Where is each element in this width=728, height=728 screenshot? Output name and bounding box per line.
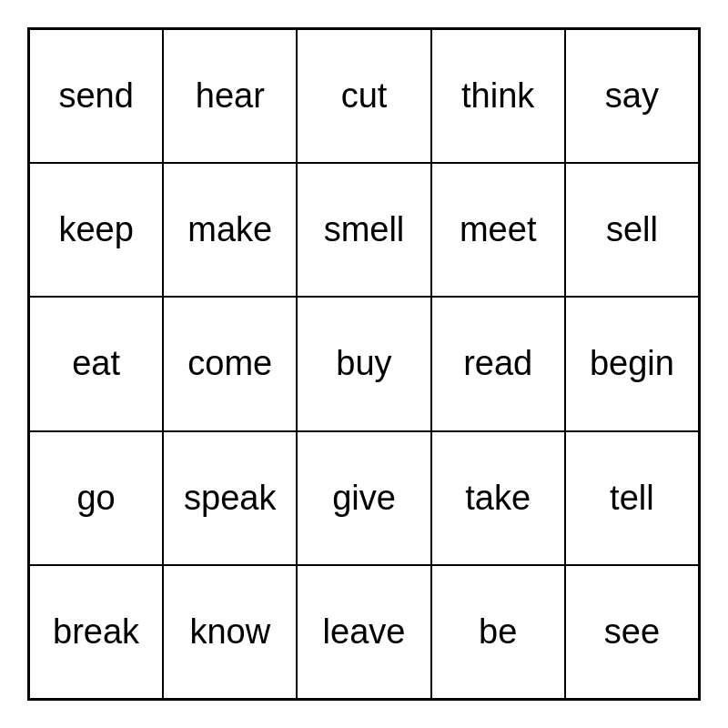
grid-cell-meet: meet: [431, 163, 565, 297]
grid-cell-come: come: [163, 297, 297, 430]
grid-cell-hear: hear: [163, 29, 297, 163]
grid-cell-go: go: [29, 431, 163, 565]
grid-cell-cut: cut: [297, 29, 430, 163]
word-grid: sendhearcutthinksaykeepmakesmellmeetsell…: [27, 27, 701, 701]
grid-cell-eat: eat: [29, 297, 163, 430]
grid-cell-send: send: [29, 29, 163, 163]
grid-cell-take: take: [431, 431, 565, 565]
grid-cell-give: give: [297, 431, 430, 565]
grid-cell-make: make: [163, 163, 297, 297]
grid-cell-think: think: [431, 29, 565, 163]
grid-cell-see: see: [565, 565, 699, 699]
grid-cell-buy: buy: [297, 297, 430, 430]
grid-cell-leave: leave: [297, 565, 430, 699]
grid-cell-know: know: [163, 565, 297, 699]
grid-cell-break: break: [29, 565, 163, 699]
grid-cell-be: be: [431, 565, 565, 699]
grid-cell-smell: smell: [297, 163, 430, 297]
grid-cell-tell: tell: [565, 431, 699, 565]
grid-cell-keep: keep: [29, 163, 163, 297]
grid-cell-begin: begin: [565, 297, 699, 430]
grid-cell-sell: sell: [565, 163, 699, 297]
grid-cell-speak: speak: [163, 431, 297, 565]
grid-cell-read: read: [431, 297, 565, 430]
grid-cell-say: say: [565, 29, 699, 163]
